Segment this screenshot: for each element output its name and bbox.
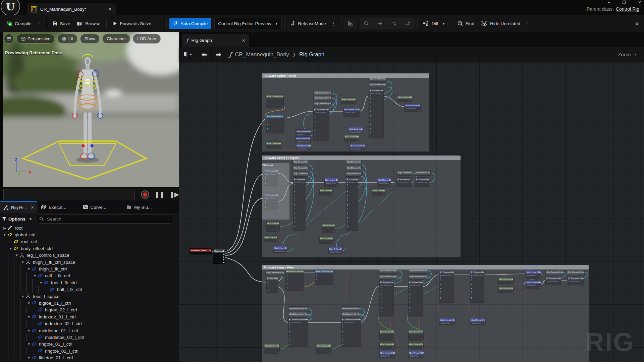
graph-node[interactable]: Forward FingersLocal Functionƒ [415, 178, 429, 187]
graph-node[interactable]: Rig Element Key Array [369, 83, 386, 87]
viewport-menu-button[interactable] [4, 34, 14, 44]
expander-icon[interactable]: ▼ [14, 253, 19, 257]
graph-node[interactable]: Get Control Bool [320, 189, 332, 195]
graph-node[interactable]: Project to new Parent [286, 270, 304, 291]
auto-compile-button[interactable]: Auto Compile [169, 18, 211, 29]
timeline-track[interactable] [3, 189, 135, 200]
graph-node[interactable]: Set Transform - Bone [315, 270, 333, 284]
forwards-solve-button[interactable]: Forwards Solve [109, 18, 155, 29]
tree-row[interactable]: ▼middletoe_01_l_ctrl [0, 327, 174, 334]
graph-node[interactable]: Get Control Bool [499, 278, 513, 284]
graph-node[interactable]: Forward ClavicleLocal Functionƒ [264, 169, 278, 185]
graph-node[interactable]: Get Control Float [267, 222, 279, 231]
graph-node[interactable]: Forward NeckLocal Functionƒ [369, 89, 383, 138]
graph-node[interactable]: Set R Leg IK ModeDefault True [526, 281, 541, 289]
graph-node[interactable]: Rig Element Key Array [314, 91, 331, 95]
graph-node[interactable]: Forward Reverse FootLocal Functionƒ [288, 318, 308, 346]
graph-node[interactable]: Set R Leg IK ModeDefault True [470, 318, 485, 324]
viewport-lit-button[interactable]: Lit [57, 34, 77, 44]
options-button[interactable]: Options▼ [2, 217, 32, 222]
graph-node[interactable]: Set R Arm IK ModeDefault False [329, 247, 342, 254]
expander-icon[interactable]: ▼ [26, 315, 32, 319]
graph-node[interactable]: Sequence [213, 249, 225, 263]
graph-node[interactable]: Set Spine IK ModeDefault False [344, 108, 360, 116]
graph-node[interactable]: Forward FootLocal Functionƒ [470, 270, 484, 302]
graph-node[interactable]: Get Control Bool [372, 189, 385, 195]
tab-my-blueprint[interactable]: My Blu... [123, 201, 155, 213]
expander-icon[interactable]: ▶ [2, 226, 7, 230]
bookmarks-button[interactable]: ▼ [179, 47, 197, 62]
step-out-button[interactable] [401, 18, 414, 29]
graph-node[interactable]: Set Transform - Bone [266, 115, 283, 133]
graph-node[interactable]: Rig Element Key Array [314, 102, 331, 106]
tab-close-icon[interactable]: ✕ [31, 205, 34, 210]
graph-node[interactable]: Get Control Bool [344, 135, 359, 141]
breadcrumb-root[interactable]: CR_Mannequin_Body [235, 51, 289, 58]
graph-node[interactable]: Forward FingersLocal Functionƒ [568, 277, 584, 285]
viewport-show-button[interactable]: Show [80, 34, 100, 44]
graph-node[interactable]: Rig Element Key Array [293, 160, 308, 165]
tree-row[interactable]: ball_l_fk_ctrl [0, 286, 174, 293]
graph-node[interactable]: Set L Leg IK ModeDefault True [439, 318, 455, 324]
graph-node[interactable]: Set Neck IK ModeDefault False [350, 144, 365, 150]
graph-node[interactable]: Rig Element Key Array [379, 275, 397, 279]
tree-row[interactable]: middletoe_02_l_ctrl [0, 334, 174, 341]
tree-row[interactable]: ▼toes_l_space [0, 293, 174, 300]
graph-node[interactable]: Rig Element Key Array [346, 172, 361, 176]
graph-node[interactable]: Rig Element Key Array [397, 171, 412, 175]
release-mode-options-icon[interactable]: ⋮ [329, 21, 338, 26]
graph-node[interactable]: Forward LegLocal Functionƒ [409, 281, 423, 316]
graph-node[interactable]: Rig Element Key Array [346, 160, 361, 165]
nav-forward-button[interactable]: ➡ [212, 47, 226, 62]
graph-node[interactable]: Get Spine LengthDefault 0.00000 [296, 137, 310, 142]
viewport-lod-button[interactable]: LOD Auto [133, 34, 160, 44]
expander-icon[interactable]: ▼ [38, 281, 44, 285]
tree-row[interactable]: ▶root [0, 225, 174, 231]
compile-button[interactable]: Compile [3, 18, 35, 29]
tree-row[interactable]: ▼global_ctrl [0, 231, 174, 238]
tree-row[interactable]: root_ctrl [0, 238, 174, 245]
search-input[interactable] [46, 216, 170, 222]
hierarchy-search[interactable] [36, 214, 174, 224]
graph-node[interactable]: Get Control Bool [264, 236, 277, 242]
viewport-perspective-button[interactable]: Perspective [16, 34, 55, 44]
pause-button[interactable]: ❚❚ [155, 191, 164, 198]
graph-node[interactable]: Get Control Bool [499, 287, 513, 293]
step-into-button[interactable] [388, 18, 400, 29]
graph-node[interactable]: Set Spine IK ModeDefault False [296, 144, 311, 150]
graph-node[interactable]: Forward LegLocal Functionƒ [380, 281, 393, 316]
expander-icon[interactable]: ▼ [26, 301, 32, 305]
graph-node[interactable]: Set Neck IK ModeDefault False [405, 104, 420, 112]
graph-node[interactable]: Rig Element Key Array [293, 172, 308, 176]
release-mode-button[interactable]: ReleaseMode [287, 18, 329, 29]
tree-row[interactable]: ▼body_offset_ctrl [0, 245, 174, 252]
nav-back-button[interactable]: ⬅ [197, 47, 212, 62]
expander-icon[interactable]: ▼ [26, 267, 32, 271]
tree-row[interactable]: ▼foot_l_fk_ctrl [0, 279, 174, 286]
browse-button[interactable]: Browse [73, 18, 104, 29]
compile-options-icon[interactable]: ⋮ [35, 21, 44, 26]
expander-icon[interactable]: ▼ [2, 233, 7, 237]
graph-node[interactable]: Forward FootLocal Functionƒ [439, 270, 454, 302]
graph-node[interactable]: Get Control Bool [266, 142, 281, 148]
graph-node[interactable]: Rig Element Key Array [379, 269, 397, 273]
graph-node[interactable]: Get Control Bool [409, 343, 423, 349]
graph-node[interactable]: Get Transform - Control [266, 95, 283, 108]
maximize-icon[interactable]: ❐ [622, 0, 626, 5]
graph-node[interactable]: Get Control Float [409, 330, 423, 340]
graph-node[interactable]: Rig Element Key Array [341, 307, 360, 311]
asset-tab-close-icon[interactable]: ✕ [108, 7, 112, 12]
graph-node[interactable]: Set R Arm IK ModeDefault False [377, 178, 391, 187]
expander-icon[interactable]: ▼ [32, 274, 38, 278]
graph-node[interactable]: Rig Element Key Array [288, 307, 307, 311]
parent-class-link[interactable]: Control Rig [616, 6, 639, 12]
graph-node[interactable]: Forward SpineLocal Functionƒ [314, 108, 329, 141]
viewport-character-button[interactable]: Character [102, 34, 130, 44]
graph-node[interactable]: Rig Element Key Array [546, 270, 563, 275]
toolbar-overflow-icon[interactable]: » [636, 20, 639, 27]
graph-node[interactable]: Rig Element Key Array [567, 270, 584, 275]
expander-icon[interactable]: ▼ [20, 260, 25, 264]
graph-node[interactable]: Get Control Bool [341, 98, 356, 104]
graph-node[interactable]: Get Control Bool [380, 343, 394, 349]
graph-node[interactable]: Forward ArmLocal Functionƒ [346, 178, 358, 230]
